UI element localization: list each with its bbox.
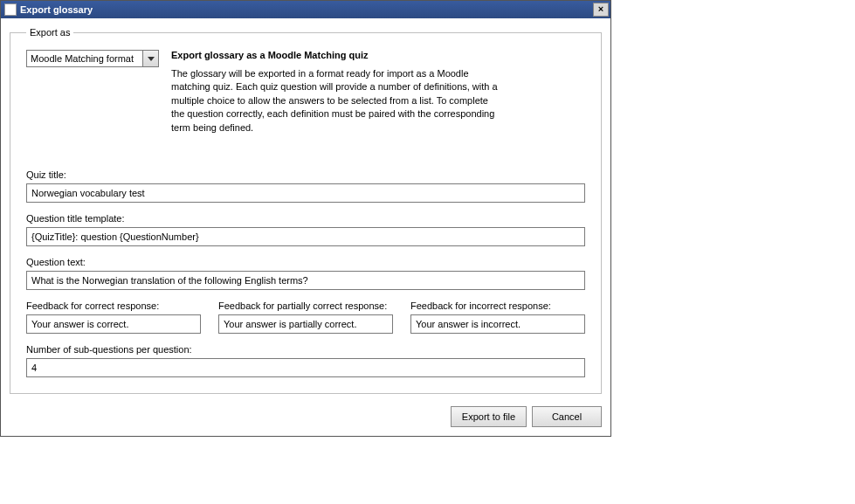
- dialog-button-row: Export to file Cancel: [1, 401, 610, 436]
- question-title-template-label: Question title template:: [26, 213, 585, 224]
- quiz-title-input[interactable]: [26, 183, 585, 203]
- chevron-down-icon[interactable]: [143, 50, 159, 67]
- group-legend: Export as: [26, 27, 73, 38]
- num-subquestions-label: Number of sub-questions per question:: [26, 344, 585, 355]
- feedback-row: Feedback for correct response: Feedback …: [26, 300, 585, 334]
- description-body: The glossary will be exported in a forma…: [171, 67, 503, 135]
- svg-marker-0: [148, 57, 155, 61]
- format-description: Export glossary as a Moodle Matching qui…: [171, 50, 585, 135]
- num-subquestions-input[interactable]: [26, 358, 585, 377]
- description-heading: Export glossary as a Moodle Matching qui…: [171, 50, 585, 60]
- export-glossary-dialog: Export glossary × Export as Moodle Match…: [0, 0, 611, 437]
- export-to-file-button[interactable]: Export to file: [451, 406, 527, 427]
- format-select-value[interactable]: Moodle Matching format: [26, 50, 143, 67]
- question-text-label: Question text:: [26, 257, 585, 267]
- feedback-correct-label: Feedback for correct response:: [26, 300, 201, 311]
- feedback-correct-field: Feedback for correct response:: [26, 300, 201, 334]
- feedback-incorrect-label: Feedback for incorrect response:: [410, 300, 585, 311]
- window-title: Export glossary: [20, 4, 593, 15]
- question-text-field: Question text:: [26, 257, 585, 290]
- feedback-incorrect-field: Feedback for incorrect response:: [410, 300, 585, 334]
- feedback-incorrect-input[interactable]: [410, 314, 585, 334]
- dialog-content: Export as Moodle Matching format Export …: [1, 18, 610, 401]
- titlebar: Export glossary ×: [1, 1, 610, 18]
- num-subquestions-field: Number of sub-questions per question:: [26, 344, 585, 377]
- cancel-button[interactable]: Cancel: [532, 406, 602, 427]
- question-text-input[interactable]: [26, 271, 585, 290]
- close-button[interactable]: ×: [593, 3, 609, 17]
- quiz-title-field: Quiz title:: [26, 169, 585, 203]
- format-and-description-row: Moodle Matching format Export glossary a…: [26, 50, 585, 135]
- quiz-title-label: Quiz title:: [26, 169, 585, 180]
- export-as-group: Export as Moodle Matching format Export …: [10, 27, 602, 394]
- question-title-template-field: Question title template:: [26, 213, 585, 246]
- question-title-template-input[interactable]: [26, 227, 585, 246]
- app-icon: [4, 3, 17, 16]
- format-select[interactable]: Moodle Matching format: [26, 50, 159, 67]
- feedback-correct-input[interactable]: [26, 314, 201, 334]
- feedback-partial-input[interactable]: [218, 314, 393, 334]
- feedback-partial-field: Feedback for partially correct response:: [218, 300, 393, 334]
- feedback-partial-label: Feedback for partially correct response:: [218, 300, 393, 311]
